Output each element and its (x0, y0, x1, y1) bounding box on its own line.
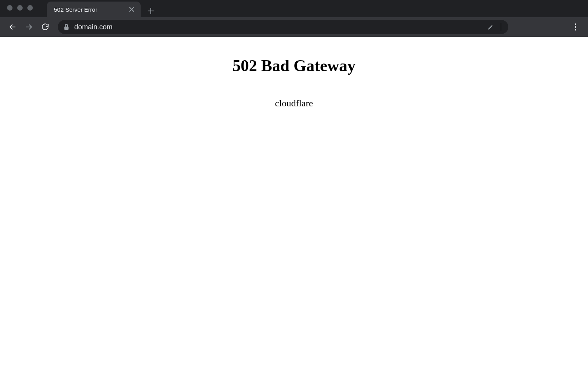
reload-button[interactable] (38, 20, 52, 34)
svg-rect-4 (64, 27, 69, 30)
back-button[interactable] (5, 20, 20, 34)
close-icon (129, 7, 134, 12)
reload-icon (41, 23, 49, 31)
window-maximize-button[interactable] (27, 5, 33, 11)
address-bar[interactable]: domain.com (58, 20, 508, 34)
browser-toolbar: domain.com (0, 17, 588, 37)
tab-title: 502 Server Error (54, 6, 124, 13)
error-heading: 502 Bad Gateway (35, 56, 553, 75)
browser-chrome: 502 Server Error (0, 0, 588, 37)
svg-point-6 (575, 26, 576, 28)
forward-button[interactable] (22, 20, 36, 34)
window-close-button[interactable] (7, 5, 13, 11)
browser-menu-button[interactable] (568, 20, 583, 34)
lock-icon (63, 24, 70, 30)
svg-point-5 (575, 23, 576, 25)
edit-icon[interactable] (487, 23, 495, 31)
arrow-right-icon (25, 23, 33, 31)
plus-icon (148, 8, 154, 14)
url-text: domain.com (74, 23, 482, 31)
error-server-name: cloudflare (35, 98, 553, 109)
svg-point-7 (575, 29, 576, 30)
close-tab-button[interactable] (128, 6, 135, 13)
arrow-left-icon (9, 23, 16, 31)
browser-tab[interactable]: 502 Server Error (47, 2, 141, 17)
new-tab-button[interactable] (145, 5, 157, 17)
page-content: 502 Bad Gateway cloudflare (0, 37, 588, 128)
kebab-menu-icon (575, 23, 576, 30)
omnibox-divider (501, 23, 501, 31)
error-divider (35, 87, 553, 87)
window-minimize-button[interactable] (17, 5, 23, 11)
tab-strip: 502 Server Error (0, 0, 588, 17)
